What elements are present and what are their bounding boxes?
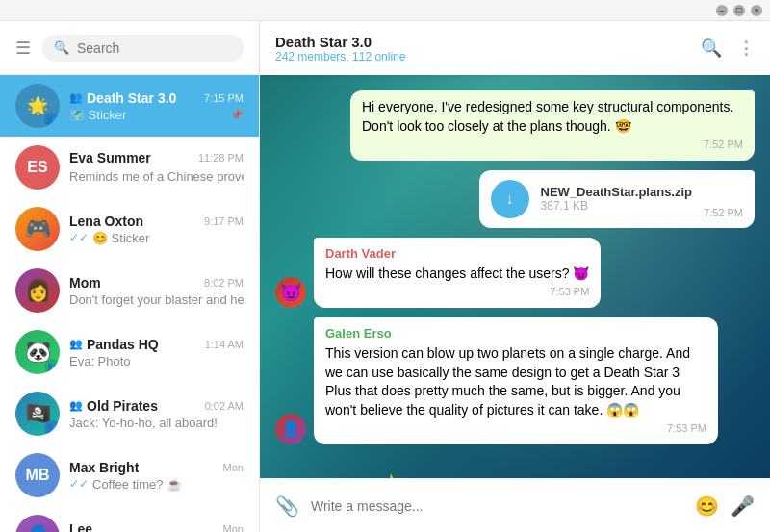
sender-name: Galen Erso — [325, 325, 706, 342]
chat-name: Lee — [69, 521, 92, 533]
chat-time: 7:15 PM — [204, 92, 244, 104]
chat-preview: Eva: Photo — [69, 354, 244, 368]
chat-main: Death Star 3.0 242 members, 112 online 🔍… — [260, 21, 770, 532]
chat-item-pandas-hq[interactable]: 🐼 👥 👥 Pandas HQ 1:14 AM Eva: Photo — [0, 321, 259, 383]
message-text: How will these changes affect the users?… — [325, 265, 589, 284]
search-chat-icon[interactable]: 🔍 — [701, 38, 722, 59]
search-icon: 🔍 — [54, 40, 69, 55]
avatar-darth: 😈 — [275, 277, 306, 308]
chat-name: Mom — [69, 275, 101, 291]
sticker-svg — [314, 454, 468, 478]
close-button[interactable]: × — [751, 5, 762, 16]
download-button[interactable]: ↓ — [491, 180, 529, 218]
search-box[interactable]: 🔍 — [42, 35, 244, 62]
chat-preview: ✓✓ Coffee time? ☕ — [69, 477, 244, 492]
message-row: Hi everyone. I've redesigned some key st… — [275, 90, 755, 161]
maximize-button[interactable]: □ — [733, 5, 745, 16]
chat-item-death-star[interactable]: 🌟 👥 👥 Death Star 3.0 7:15 PM 🗺️ Sticker … — [0, 75, 259, 137]
chat-time: 9:17 PM — [204, 215, 244, 227]
message-row-galen: 👤 Galen Erso This version can blow up tw… — [275, 317, 755, 444]
chat-header-icons: 🔍 ⋮ — [701, 38, 755, 59]
sidebar-header: ☰ 🔍 — [0, 21, 259, 75]
chat-item-eva-summer[interactable]: ES Eva Summer 11:28 PM Reminds me of a C… — [0, 137, 259, 198]
avatar-galen: 👤 — [275, 414, 306, 444]
chat-name: 👥 Death Star 3.0 — [69, 90, 176, 106]
avatar: 🎮 — [15, 207, 60, 251]
attach-icon[interactable]: 📎 — [275, 494, 299, 518]
file-name: NEW_DeathStar.plans.zip — [541, 185, 692, 199]
chat-item-lena-oxton[interactable]: 🎮 Lena Oxton 9:17 PM ✓✓ 😊 Sticker — [0, 198, 259, 260]
message-time: 7:53 PM — [325, 421, 706, 436]
emoji-icon[interactable]: 😊 — [695, 494, 719, 518]
more-options-icon[interactable]: ⋮ — [737, 38, 755, 59]
chat-header-status: 242 members, 112 online — [275, 50, 689, 63]
file-bubble: ↓ NEW_DeathStar.plans.zip 387.1 KB 7:52 … — [479, 170, 755, 228]
avatar: MB — [15, 453, 60, 497]
chat-time: 8:02 PM — [204, 277, 244, 289]
chat-name: Lena Oxton — [69, 214, 143, 229]
message-row-file: ↓ NEW_DeathStar.plans.zip 387.1 KB 7:52 … — [275, 170, 755, 228]
message-input[interactable] — [311, 498, 683, 514]
chat-preview: 🗺️ Sticker 📌 — [69, 108, 244, 122]
message-time: 7:53 PM — [325, 285, 589, 299]
minimize-button[interactable]: – — [716, 5, 728, 16]
hamburger-icon[interactable]: ☰ — [15, 38, 31, 59]
chat-time: Mon — [223, 462, 244, 473]
sidebar: ☰ 🔍 🌟 👥 👥 Death Star 3.0 — [0, 21, 260, 532]
chat-info: Lee Mon We can call it Galaxy Star 7 ;) — [69, 521, 244, 533]
message-row-sticker: 👤 — [275, 454, 755, 478]
chat-item-old-pirates[interactable]: 🏴‍☠️ 👥 👥 Old Pirates 0:02 AM Jack: Yo-ho… — [0, 383, 259, 444]
avatar: 👩 — [15, 268, 60, 313]
avatar: 👤 — [15, 515, 60, 532]
chat-info: Eva Summer 11:28 PM Reminds me of a Chin… — [69, 150, 244, 185]
message-row-darth: 😈 Darth Vader How will these changes aff… — [275, 238, 755, 308]
message-time: 7:52 PM — [362, 138, 743, 152]
chat-input-area: 📎 😊 🎤 — [260, 478, 770, 532]
chat-preview: Jack: Yo-ho-ho, all aboard! — [69, 416, 244, 430]
chat-preview: Don't forget your blaster and helmet — [69, 292, 244, 307]
avatar: 🏴‍☠️ 👥 — [15, 392, 60, 436]
chat-preview: Reminds me of a Chinese prove... 2 — [69, 167, 244, 185]
chat-info: 👥 Old Pirates 0:02 AM Jack: Yo-ho-ho, al… — [69, 398, 244, 430]
message-bubble: Galen Erso This version can blow up two … — [314, 317, 718, 444]
chat-item-lee[interactable]: 👤 Lee Mon We can call it Galaxy Star 7 ;… — [0, 506, 259, 532]
chat-time: 11:28 PM — [198, 152, 244, 164]
window-chrome: – □ × — [0, 0, 770, 21]
chat-name: Eva Summer — [69, 150, 151, 165]
messages-area: Hi everyone. I've redesigned some key st… — [260, 75, 770, 478]
message-text: Hi everyone. I've redesigned some key st… — [362, 98, 743, 136]
chat-info: Max Bright Mon ✓✓ Coffee time? ☕ — [69, 460, 244, 492]
chat-name: 👥 Old Pirates — [69, 398, 158, 414]
message-time: 7:52 PM — [704, 207, 743, 218]
mic-icon[interactable]: 🎤 — [731, 494, 755, 518]
sender-name: Darth Vader — [325, 245, 589, 263]
chat-preview: ✓✓ 😊 Sticker — [69, 231, 244, 245]
message-bubble: Hi everyone. I've redesigned some key st… — [350, 90, 755, 161]
chat-info: Lena Oxton 9:17 PM ✓✓ 😊 Sticker — [69, 214, 244, 245]
avatar: ES — [15, 145, 60, 190]
chat-list: 🌟 👥 👥 Death Star 3.0 7:15 PM 🗺️ Sticker … — [0, 75, 259, 532]
chat-time: 1:14 AM — [205, 339, 244, 350]
chat-name: Max Bright — [69, 460, 139, 475]
chat-info: 👥 Death Star 3.0 7:15 PM 🗺️ Sticker 📌 — [69, 90, 244, 122]
app-container: ☰ 🔍 🌟 👥 👥 Death Star 3.0 — [0, 21, 770, 532]
avatar: 🐼 👥 — [15, 330, 60, 374]
sticker-message — [314, 454, 468, 478]
message-text: This version can blow up two planets on … — [325, 344, 706, 419]
chat-info: 👥 Pandas HQ 1:14 AM Eva: Photo — [69, 337, 244, 368]
window-buttons: – □ × — [716, 5, 762, 16]
chat-item-mom[interactable]: 👩 Mom 8:02 PM Don't forget your blaster … — [0, 260, 259, 321]
chat-item-max-bright[interactable]: MB Max Bright Mon ✓✓ Coffee time? ☕ — [0, 444, 259, 506]
chat-header-name: Death Star 3.0 — [275, 34, 689, 50]
chat-time: 0:02 AM — [205, 400, 244, 412]
chat-header: Death Star 3.0 242 members, 112 online 🔍… — [260, 21, 770, 75]
file-info: NEW_DeathStar.plans.zip 387.1 KB — [541, 185, 692, 213]
chat-header-info: Death Star 3.0 242 members, 112 online — [275, 34, 689, 63]
file-size: 387.1 KB — [541, 199, 692, 213]
chat-info: Mom 8:02 PM Don't forget your blaster an… — [69, 275, 244, 307]
avatar: 🌟 👥 — [15, 84, 60, 128]
message-bubble: Darth Vader How will these changes affec… — [314, 238, 601, 308]
search-input[interactable] — [77, 40, 232, 56]
chat-time: Mon — [223, 523, 244, 533]
chat-name: 👥 Pandas HQ — [69, 337, 159, 352]
